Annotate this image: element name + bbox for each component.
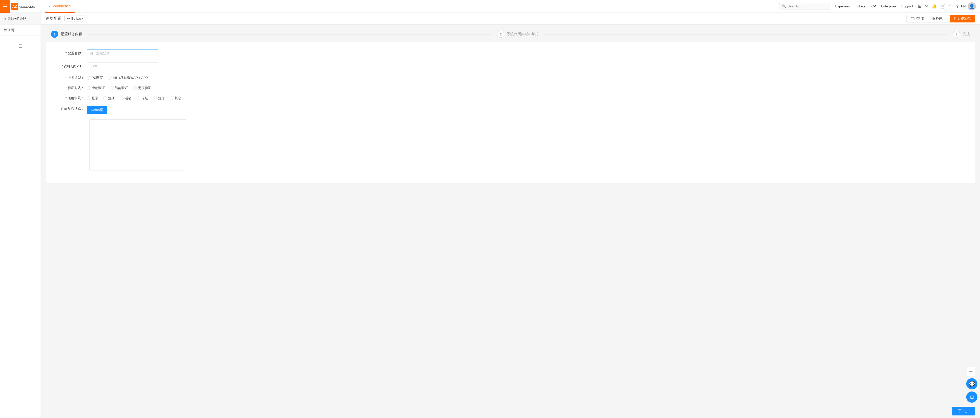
menu-button[interactable] — [0, 0, 10, 13]
service-disable-button[interactable]: 服务停用 — [928, 15, 950, 22]
biz-type-h5-radio[interactable] — [108, 76, 111, 79]
search-input[interactable] — [788, 4, 826, 8]
step-1-circle: 1 — [51, 31, 58, 38]
step-line-1 — [87, 34, 492, 35]
use-scene-radio-group: 登录 注册 活动 论坛 — [87, 96, 181, 100]
verify-slide-radio[interactable] — [87, 86, 90, 90]
help-icon[interactable]: ? — [956, 4, 959, 9]
go-back-label: Go back — [71, 17, 83, 21]
search-icon: 🔍 — [782, 4, 786, 8]
verify-invisible-label: 无痕验证 — [138, 86, 151, 91]
sidebar-item-captcha[interactable]: 验证码 — [0, 25, 41, 36]
chat-tool[interactable]: 💬 — [966, 378, 977, 389]
scene-other-radio[interactable] — [170, 97, 173, 100]
search-box[interactable]: 🔍 — [779, 3, 830, 10]
config-name-label: * 配置名称： — [56, 51, 87, 56]
preview-label: 产品形态预览： — [56, 106, 87, 111]
go-back-icon: ↩ — [67, 17, 70, 21]
svg-text:AC: AC — [12, 4, 18, 8]
config-name-row: * 配置名称： — [56, 49, 965, 57]
scene-register[interactable]: 注册 — [103, 96, 115, 100]
email-icon[interactable]: ✉ — [925, 4, 928, 9]
bell-icon[interactable]: 🔔 — [932, 4, 937, 9]
sidebar-header: ● 云盾●验证码 — [0, 13, 41, 25]
verify-invisible-radio[interactable] — [133, 86, 137, 90]
scene-other[interactable]: 其它 — [170, 96, 181, 100]
nav-enterprise[interactable]: Enterprise — [881, 4, 896, 8]
scene-activity-label: 活动 — [125, 96, 131, 100]
verify-smart-label: 智能验证 — [115, 86, 128, 91]
product-function-button[interactable]: 产品功能 — [906, 15, 928, 22]
steps-area: 1 配置服务内容 2 系统代码集成&测试 3 完成 — [41, 24, 980, 42]
verify-slide[interactable]: 滑动验证 — [87, 86, 105, 91]
step-line-2 — [543, 34, 948, 35]
scene-activity-radio[interactable] — [120, 97, 124, 100]
verify-method-radio-group: 滑动验证 智能验证 无痕验证 — [87, 86, 151, 91]
scene-register-radio[interactable] — [103, 97, 107, 100]
biz-type-label: * 业务类型： — [56, 76, 87, 80]
avatar[interactable]: 👤 — [968, 2, 976, 11]
scene-login-label: 登录 — [92, 96, 98, 100]
workbench-label: Workbench — [52, 4, 71, 8]
header-icons: ⊞ ✉ 🔔 🛒 ♡ ? — [918, 4, 959, 9]
sidebar-title: 云盾●验证码 — [8, 16, 26, 21]
nav-support[interactable]: Support — [901, 4, 913, 8]
scene-sms-radio[interactable] — [153, 97, 157, 100]
bottom-bar: 下一步 — [947, 404, 980, 418]
grid-icon[interactable]: ⊞ — [918, 4, 921, 9]
form-area: * 配置名称： * 高峰期QPS： * 业务类型： PC网页 — [46, 42, 975, 183]
scene-activity[interactable]: 活动 — [120, 96, 131, 100]
step-2-circle: 2 — [497, 31, 504, 38]
scene-forum-label: 论坛 — [142, 96, 148, 100]
buy-resource-button[interactable]: 购买资源包 — [950, 15, 975, 22]
nav-icp[interactable]: ICP — [870, 4, 876, 8]
preview-box — [89, 119, 186, 170]
qps-input[interactable] — [87, 62, 158, 70]
layout: ● 云盾●验证码 验证码 ☰ 新增配置 ↩ Go back 产品功能 服务停用 … — [0, 13, 980, 418]
sidebar-collapse-button[interactable]: ☰ — [0, 41, 41, 52]
scene-register-label: 注册 — [108, 96, 115, 100]
nav-expenses[interactable]: Expenses — [835, 4, 850, 8]
biz-type-h5[interactable]: H5（移动端WAP + APP） — [108, 76, 151, 80]
right-tools: ✏ 💬 ⊞ — [966, 367, 977, 403]
biz-type-pc[interactable]: PC网页 — [87, 76, 103, 80]
page-header-left: 新增配置 ↩ Go back — [46, 16, 86, 21]
scene-login[interactable]: 登录 — [87, 96, 98, 100]
grid-tool[interactable]: ⊞ — [966, 391, 977, 403]
verify-method-label: * 验证方式： — [56, 86, 87, 91]
qps-label: * 高峰期QPS： — [56, 64, 87, 68]
go-back-button[interactable]: ↩ Go back — [64, 16, 86, 21]
biz-type-row: * 业务类型： PC网页 H5（移动端WAP + APP） — [56, 76, 965, 80]
config-name-input[interactable] — [87, 49, 158, 57]
page-header: 新增配置 ↩ Go back 产品功能 服务停用 购买资源包 — [41, 13, 980, 24]
use-scene-row: * 使用场景： 登录 注册 活动 — [56, 96, 965, 100]
sidebar: ● 云盾●验证码 验证码 ☰ — [0, 13, 41, 418]
preview-row: 产品形态预览： Demo页 — [56, 106, 965, 114]
logo: AC Alibaba Cloud — [11, 3, 40, 10]
verify-smart[interactable]: 智能验证 — [110, 86, 128, 91]
scene-sms[interactable]: 短信 — [153, 96, 165, 100]
favorite-icon[interactable]: ♡ — [949, 4, 953, 9]
header-nav: Expenses Tickets ICP Enterprise Support — [835, 4, 913, 8]
biz-type-radio-group: PC网页 H5（移动端WAP + APP） — [87, 76, 151, 80]
workbench-tab[interactable]: ⌂ Workbench — [45, 0, 75, 13]
edit-tool[interactable]: ✏ — [966, 367, 975, 376]
demo-button[interactable]: Demo页 — [87, 106, 107, 114]
verify-smart-radio[interactable] — [110, 86, 114, 90]
scene-forum[interactable]: 论坛 — [137, 96, 148, 100]
home-icon: ⌂ — [49, 4, 51, 8]
next-button[interactable]: 下一步 — [952, 407, 975, 415]
biz-type-pc-radio[interactable] — [87, 76, 90, 79]
main-content: 新增配置 ↩ Go back 产品功能 服务停用 购买资源包 1 配置服务内容 … — [41, 13, 980, 418]
collapse-icon: ☰ — [18, 43, 22, 49]
verify-invisible[interactable]: 无痕验证 — [133, 86, 151, 91]
verify-method-row: * 验证方式： 滑动验证 智能验证 无痕验证 — [56, 86, 965, 91]
step-3-circle: 3 — [953, 31, 960, 38]
cart-icon[interactable]: 🛒 — [940, 4, 945, 9]
alibaba-cloud-logo: AC Alibaba Cloud — [11, 3, 40, 10]
nav-tickets[interactable]: Tickets — [855, 4, 865, 8]
biz-type-h5-label: H5（移动端WAP + APP） — [113, 76, 151, 80]
scene-forum-radio[interactable] — [137, 97, 140, 100]
language-selector[interactable]: EN — [961, 4, 966, 8]
scene-login-radio[interactable] — [87, 97, 90, 100]
